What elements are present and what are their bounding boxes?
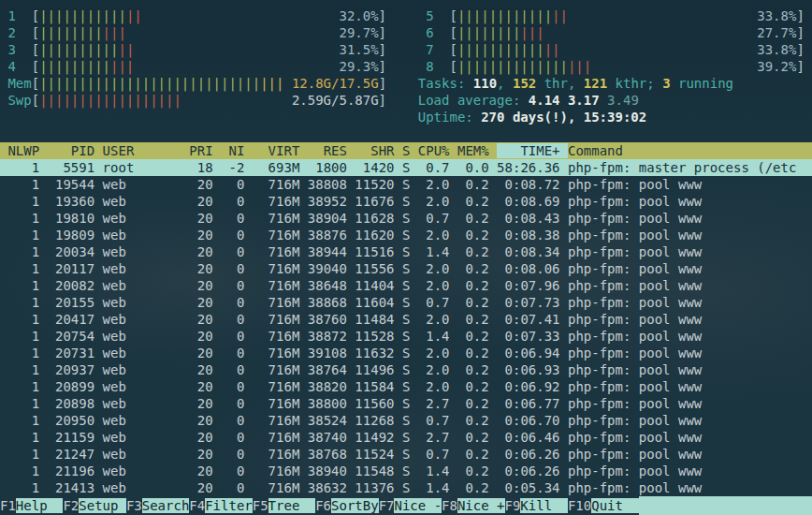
column-header-mem[interactable]: MEM% <box>457 143 497 158</box>
column-header-pid[interactable]: PID <box>48 143 103 158</box>
column-gap <box>386 59 418 74</box>
cpu6-bar-red: ||| <box>520 25 544 40</box>
cell-pri: 20 <box>181 194 221 209</box>
process-row-pid-21196[interactable]: 1 21196 web 20 0 716M 38940 11548 S 1.4 … <box>0 463 812 479</box>
process-row-pid-20417[interactable]: 1 20417 web 20 0 716M 38760 11484 S 2.0 … <box>0 311 812 328</box>
cell-s: S <box>402 211 418 226</box>
process-row-pid-21247[interactable]: 1 21247 web 20 0 716M 38768 11524 S 0.7 … <box>0 446 812 463</box>
process-row-pid-20034[interactable]: 1 20034 web 20 0 716M 38944 11516 S 1.4 … <box>0 243 812 260</box>
cell-time: 0:05.34 <box>497 480 568 495</box>
process-row-pid-20950[interactable]: 1 20950 web 20 0 716M 38524 11268 S 0.7 … <box>0 412 812 429</box>
column-header-user[interactable]: USER <box>103 143 181 158</box>
fkey-f3-search[interactable]: F3Search <box>126 496 189 515</box>
column-header-shr[interactable]: SHR <box>355 143 402 158</box>
process-row-pid-19810[interactable]: 1 19810 web 20 0 716M 38904 11628 S 0.7 … <box>0 210 812 227</box>
load-average-5min: 3.17 <box>568 93 607 108</box>
cell-ni: 0 <box>221 261 253 276</box>
cell-command: php-fpm: pool www <box>568 346 702 360</box>
column-header-res[interactable]: RES <box>308 143 355 158</box>
cell-shr: 11492 <box>355 430 402 445</box>
cell-s: S <box>402 295 418 310</box>
process-row-pid-19544[interactable]: 1 19544 web 20 0 716M 38808 11520 S 2.0 … <box>0 176 812 193</box>
cell-nlwp: 1 <box>0 464 48 478</box>
process-row-pid-19809[interactable]: 1 19809 web 20 0 716M 38876 11620 S 2.0 … <box>0 227 812 243</box>
cell-s: S <box>402 329 418 344</box>
fkey-f2-setup[interactable]: F2Setup <box>63 496 125 515</box>
uptime-value: 270 days(!), 15:39:02 <box>481 110 646 125</box>
cell-ni: 0 <box>221 396 253 411</box>
cell-shr: 11516 <box>355 244 402 259</box>
fkey-f6-sortby[interactable]: F6SortBy <box>315 496 378 515</box>
tasks-threads-label: thr, <box>536 76 584 91</box>
cell-cpu: 0.7 <box>418 447 457 462</box>
cell-mem: 0.0 <box>457 160 497 175</box>
cell-user: web <box>103 278 181 293</box>
process-row-pid-20117[interactable]: 1 20117 web 20 0 716M 39040 11556 S 2.0 … <box>0 260 812 277</box>
cell-s: S <box>402 261 418 276</box>
mem-bar-yellow: ||| <box>260 76 283 91</box>
cell-mem: 0.2 <box>457 228 497 243</box>
column-header-s[interactable]: S <box>402 143 418 158</box>
cell-res: 38768 <box>308 447 355 462</box>
fkey-f4-filter[interactable]: F4Filter <box>189 496 252 515</box>
column-header-nlwp[interactable]: NLWP <box>0 143 48 158</box>
column-header-time[interactable]: TIME+ <box>497 143 568 158</box>
load-average-15min: 3.49 <box>607 93 639 108</box>
cell-pid: 20082 <box>48 278 103 293</box>
cell-pri: 20 <box>181 413 221 428</box>
cell-pri: 20 <box>181 430 221 445</box>
cell-nlwp: 1 <box>0 329 48 344</box>
cell-user: web <box>103 194 181 209</box>
cell-nlwp: 1 <box>0 362 48 377</box>
cell-pri: 20 <box>181 362 221 377</box>
fkey-f7-nice[interactable]: F7Nice - <box>379 496 442 515</box>
cell-pri: 20 <box>181 312 221 327</box>
fkey-key-f6: F6 <box>315 498 331 513</box>
cell-ni: 0 <box>221 447 253 462</box>
cpu7-label: 7 <box>418 42 450 57</box>
cpu4-bar-green: ||||||||| <box>39 59 110 74</box>
cell-ni: 0 <box>221 244 253 259</box>
column-header-virt[interactable]: VIRT <box>253 143 308 158</box>
cell-nlwp: 1 <box>0 278 48 293</box>
process-row-pid-20155[interactable]: 1 20155 web 20 0 716M 38868 11604 S 0.7 … <box>0 294 812 311</box>
process-row-pid-21413[interactable]: 1 21413 web 20 0 716M 38632 11376 S 1.4 … <box>0 479 812 496</box>
column-header-command[interactable]: Command <box>568 143 623 158</box>
fkey-f5-tree[interactable]: F5Tree <box>253 496 315 515</box>
cpu1-bar-red: || <box>126 8 142 23</box>
process-row-pid-20754[interactable]: 1 20754 web 20 0 716M 38872 11528 S 1.4 … <box>0 328 812 345</box>
cpu7-percent: 33.8% <box>560 42 797 57</box>
cpu7-bar-green: ||||||||||| <box>457 42 544 57</box>
mem-meter-label: Mem <box>0 76 32 91</box>
cell-virt: 716M <box>253 480 308 495</box>
uptime-indent <box>0 110 418 125</box>
column-header-ni[interactable]: NI <box>221 143 253 158</box>
column-header-pri[interactable]: PRI <box>181 143 221 158</box>
fkey-f8-nice[interactable]: F8Nice + <box>442 496 504 515</box>
process-row-pid-20731[interactable]: 1 20731 web 20 0 716M 39108 11632 S 2.0 … <box>0 345 812 361</box>
cell-s: S <box>402 228 418 243</box>
cpu1-bar-green: ||||||||||| <box>39 8 126 23</box>
process-row-pid-20937[interactable]: 1 20937 web 20 0 716M 38764 11496 S 2.0 … <box>0 361 812 378</box>
fkey-f9-kill[interactable]: F9Kill <box>505 496 568 515</box>
process-row-pid-20899[interactable]: 1 20899 web 20 0 716M 38820 11584 S 2.0 … <box>0 378 812 395</box>
process-row-pid-5591[interactable]: 1 5591 root 18 -2 693M 1800 1420 S 0.7 0… <box>0 159 812 176</box>
process-row-pid-20082[interactable]: 1 20082 web 20 0 716M 38648 11404 S 2.0 … <box>0 277 812 294</box>
cell-res: 38632 <box>308 480 355 495</box>
cell-pri: 20 <box>181 396 221 411</box>
htop-terminal: 1 [||||||||||||| 32.0%] 5 [|||||||||||||… <box>0 0 812 515</box>
cell-ni: 0 <box>221 362 253 377</box>
process-row-pid-21159[interactable]: 1 21159 web 20 0 716M 38740 11492 S 2.7 … <box>0 429 812 446</box>
fkey-label-f9: Kill <box>520 498 568 513</box>
process-row-pid-19360[interactable]: 1 19360 web 20 0 716M 38952 11676 S 2.0 … <box>0 193 812 210</box>
cell-command: php-fpm: pool www <box>568 177 702 192</box>
column-header-cpu[interactable]: CPU% <box>418 143 457 158</box>
cell-pid: 20899 <box>48 379 103 394</box>
fkey-f10-quit[interactable]: F10Quit <box>568 496 639 515</box>
cell-res: 39040 <box>308 261 355 276</box>
cpu1-meter-open-bracket: [ <box>32 8 39 23</box>
cell-s: S <box>402 396 418 411</box>
process-row-pid-20898[interactable]: 1 20898 web 20 0 716M 38800 11560 S 2.7 … <box>0 395 812 412</box>
fkey-f1-help[interactable]: F1Help <box>0 496 63 515</box>
cell-command: php-fpm: master process (/etc <box>568 160 796 175</box>
